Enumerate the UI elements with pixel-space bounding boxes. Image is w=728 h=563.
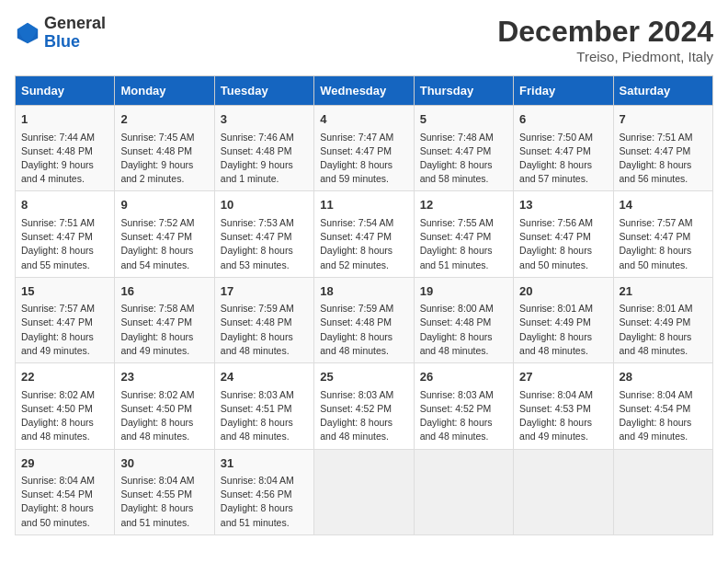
calendar-cell: 3Sunrise: 7:46 AM Sunset: 4:48 PM Daylig…: [214, 106, 313, 191]
day-number: 8: [21, 196, 108, 214]
calendar-week-row: 1Sunrise: 7:44 AM Sunset: 4:48 PM Daylig…: [16, 106, 713, 191]
calendar-week-row: 8Sunrise: 7:51 AM Sunset: 4:47 PM Daylig…: [16, 191, 713, 277]
day-number: 9: [120, 196, 208, 214]
day-number: 11: [320, 196, 407, 214]
calendar-cell: 10Sunrise: 7:53 AM Sunset: 4:47 PM Dayli…: [214, 191, 313, 277]
cell-content: Sunrise: 8:00 AM Sunset: 4:48 PM Dayligh…: [420, 302, 507, 358]
calendar-cell: 30Sunrise: 8:04 AM Sunset: 4:55 PM Dayli…: [115, 449, 214, 534]
page-header: General Blue December 2024 Treiso, Piedm…: [15, 15, 713, 64]
day-number: 27: [519, 368, 607, 386]
weekday-header: Tuesday: [214, 76, 313, 106]
calendar-week-row: 22Sunrise: 8:02 AM Sunset: 4:50 PM Dayli…: [16, 363, 713, 449]
cell-content: Sunrise: 8:03 AM Sunset: 4:52 PM Dayligh…: [420, 388, 507, 444]
calendar-cell: 15Sunrise: 7:57 AM Sunset: 4:47 PM Dayli…: [16, 277, 115, 362]
calendar-cell: 4Sunrise: 7:47 AM Sunset: 4:47 PM Daylig…: [314, 106, 414, 191]
day-number: 26: [420, 368, 507, 386]
day-number: 21: [620, 282, 707, 301]
day-number: 7: [620, 110, 707, 129]
day-number: 17: [221, 282, 308, 301]
day-number: 28: [620, 368, 707, 386]
day-number: 13: [519, 196, 607, 214]
cell-content: Sunrise: 8:04 AM Sunset: 4:54 PM Dayligh…: [620, 388, 707, 444]
cell-content: Sunrise: 7:54 AM Sunset: 4:47 PM Dayligh…: [320, 216, 407, 272]
day-number: 6: [519, 110, 607, 129]
cell-content: Sunrise: 7:58 AM Sunset: 4:47 PM Dayligh…: [120, 302, 208, 358]
cell-content: Sunrise: 7:52 AM Sunset: 4:47 PM Dayligh…: [120, 216, 208, 272]
day-number: 1: [21, 110, 108, 129]
calendar-cell: 14Sunrise: 7:57 AM Sunset: 4:47 PM Dayli…: [613, 191, 712, 277]
cell-content: Sunrise: 8:03 AM Sunset: 4:51 PM Dayligh…: [221, 388, 308, 444]
calendar-cell: 8Sunrise: 7:51 AM Sunset: 4:47 PM Daylig…: [16, 191, 115, 277]
cell-content: Sunrise: 7:59 AM Sunset: 4:48 PM Dayligh…: [221, 302, 308, 358]
day-number: 22: [21, 368, 108, 386]
weekday-header: Monday: [115, 76, 214, 106]
month-title: December 2024: [497, 15, 713, 49]
calendar-week-row: 15Sunrise: 7:57 AM Sunset: 4:47 PM Dayli…: [16, 277, 713, 362]
calendar-cell: 12Sunrise: 7:55 AM Sunset: 4:47 PM Dayli…: [414, 191, 513, 277]
cell-content: Sunrise: 7:51 AM Sunset: 4:47 PM Dayligh…: [21, 216, 108, 272]
calendar-cell: 18Sunrise: 7:59 AM Sunset: 4:48 PM Dayli…: [314, 277, 414, 362]
calendar-cell: [613, 449, 712, 534]
cell-content: Sunrise: 7:59 AM Sunset: 4:48 PM Dayligh…: [320, 302, 407, 358]
weekday-header: Saturday: [613, 76, 712, 106]
cell-content: Sunrise: 8:01 AM Sunset: 4:49 PM Dayligh…: [519, 302, 607, 358]
day-number: 29: [21, 454, 108, 473]
day-number: 30: [120, 454, 208, 473]
day-number: 16: [120, 282, 208, 301]
day-number: 3: [221, 110, 308, 129]
logo-icon: [15, 20, 40, 46]
title-block: December 2024 Treiso, Piedmont, Italy: [497, 15, 713, 64]
cell-content: Sunrise: 8:04 AM Sunset: 4:56 PM Dayligh…: [221, 474, 308, 530]
day-number: 23: [120, 368, 208, 386]
calendar-cell: 6Sunrise: 7:50 AM Sunset: 4:47 PM Daylig…: [514, 106, 613, 191]
weekday-header: Sunday: [16, 76, 115, 106]
day-number: 18: [320, 282, 407, 301]
calendar-cell: [314, 449, 414, 534]
day-number: 2: [120, 110, 208, 129]
calendar-cell: 2Sunrise: 7:45 AM Sunset: 4:48 PM Daylig…: [115, 106, 214, 191]
calendar-cell: 9Sunrise: 7:52 AM Sunset: 4:47 PM Daylig…: [115, 191, 214, 277]
cell-content: Sunrise: 7:48 AM Sunset: 4:47 PM Dayligh…: [420, 131, 507, 187]
day-number: 14: [620, 196, 707, 214]
cell-content: Sunrise: 7:57 AM Sunset: 4:47 PM Dayligh…: [21, 302, 108, 358]
cell-content: Sunrise: 8:04 AM Sunset: 4:53 PM Dayligh…: [519, 388, 607, 444]
weekday-header: Friday: [514, 76, 613, 106]
calendar-cell: 13Sunrise: 7:56 AM Sunset: 4:47 PM Dayli…: [514, 191, 613, 277]
calendar-week-row: 29Sunrise: 8:04 AM Sunset: 4:54 PM Dayli…: [16, 449, 713, 534]
day-number: 19: [420, 282, 507, 301]
calendar-cell: 1Sunrise: 7:44 AM Sunset: 4:48 PM Daylig…: [16, 106, 115, 191]
calendar-cell: 24Sunrise: 8:03 AM Sunset: 4:51 PM Dayli…: [214, 363, 313, 449]
calendar-cell: 22Sunrise: 8:02 AM Sunset: 4:50 PM Dayli…: [16, 363, 115, 449]
calendar-cell: 11Sunrise: 7:54 AM Sunset: 4:47 PM Dayli…: [314, 191, 414, 277]
cell-content: Sunrise: 7:44 AM Sunset: 4:48 PM Dayligh…: [21, 131, 108, 187]
cell-content: Sunrise: 7:47 AM Sunset: 4:47 PM Dayligh…: [320, 131, 407, 187]
cell-content: Sunrise: 8:04 AM Sunset: 4:55 PM Dayligh…: [120, 474, 208, 530]
cell-content: Sunrise: 8:04 AM Sunset: 4:54 PM Dayligh…: [21, 474, 108, 530]
cell-content: Sunrise: 7:50 AM Sunset: 4:47 PM Dayligh…: [519, 131, 607, 187]
calendar-cell: 23Sunrise: 8:02 AM Sunset: 4:50 PM Dayli…: [115, 363, 214, 449]
calendar-cell: [414, 449, 513, 534]
weekday-header: Thursday: [414, 76, 513, 106]
day-number: 24: [221, 368, 308, 386]
cell-content: Sunrise: 8:02 AM Sunset: 4:50 PM Dayligh…: [21, 388, 108, 444]
cell-content: Sunrise: 7:56 AM Sunset: 4:47 PM Dayligh…: [519, 216, 607, 272]
calendar-cell: 19Sunrise: 8:00 AM Sunset: 4:48 PM Dayli…: [414, 277, 513, 362]
cell-content: Sunrise: 7:53 AM Sunset: 4:47 PM Dayligh…: [221, 216, 308, 272]
calendar-cell: 28Sunrise: 8:04 AM Sunset: 4:54 PM Dayli…: [613, 363, 712, 449]
cell-content: Sunrise: 8:03 AM Sunset: 4:52 PM Dayligh…: [320, 388, 407, 444]
logo: General Blue: [15, 15, 106, 52]
location: Treiso, Piedmont, Italy: [497, 49, 713, 64]
calendar-cell: 16Sunrise: 7:58 AM Sunset: 4:47 PM Dayli…: [115, 277, 214, 362]
calendar-cell: 7Sunrise: 7:51 AM Sunset: 4:47 PM Daylig…: [613, 106, 712, 191]
cell-content: Sunrise: 7:45 AM Sunset: 4:48 PM Dayligh…: [120, 131, 208, 187]
day-number: 25: [320, 368, 407, 386]
weekday-header: Wednesday: [314, 76, 414, 106]
cell-content: Sunrise: 7:51 AM Sunset: 4:47 PM Dayligh…: [620, 131, 707, 187]
logo-text: General Blue: [44, 15, 106, 52]
cell-content: Sunrise: 7:46 AM Sunset: 4:48 PM Dayligh…: [221, 131, 308, 187]
cell-content: Sunrise: 7:55 AM Sunset: 4:47 PM Dayligh…: [420, 216, 507, 272]
calendar-cell: 17Sunrise: 7:59 AM Sunset: 4:48 PM Dayli…: [214, 277, 313, 362]
weekday-header-row: SundayMondayTuesdayWednesdayThursdayFrid…: [16, 76, 713, 106]
day-number: 10: [221, 196, 308, 214]
calendar-cell: 21Sunrise: 8:01 AM Sunset: 4:49 PM Dayli…: [613, 277, 712, 362]
